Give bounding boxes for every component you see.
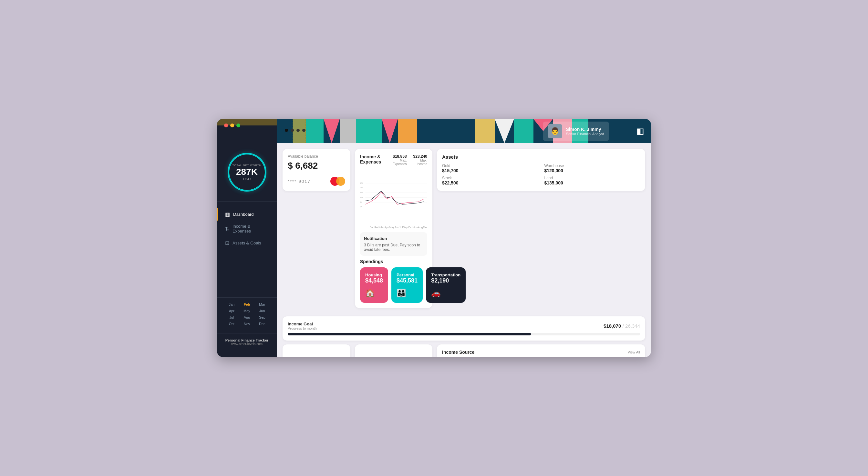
balance-amount: $ 6,682 <box>288 161 345 171</box>
spending-personal-name: Personal <box>397 273 417 277</box>
avatar: 👨 <box>548 124 562 138</box>
x-jan: Jan <box>370 226 375 229</box>
dashboard: Available balance $ 6,682 **** 9017 <box>277 143 651 357</box>
sidebar-item-label-dashboard: Dashboard <box>233 212 254 217</box>
svg-rect-12 <box>475 119 495 143</box>
row-3: Income $18,070 Spendings $11,388 <box>283 344 645 357</box>
svg-text:2K: 2K <box>360 206 362 208</box>
view-all-button[interactable]: View All <box>628 350 640 354</box>
legend-expenses-value: $18,853 <box>392 154 407 159</box>
spending-personal: Personal $45,581 👨‍👩‍👧 <box>392 267 423 303</box>
legend-income: $23,240 Max. Income <box>413 154 427 166</box>
dashboard-icon: ▦ <box>225 211 230 217</box>
chart-svg: 27K 22K 17K 12K 7K 2K <box>360 169 427 224</box>
maximize-button[interactable] <box>237 124 240 127</box>
cal-jun[interactable]: Jun <box>254 309 270 313</box>
sidebar-nav: ▦ Dashboard ⇅ Income & Expenses ⊡ Assets… <box>217 202 277 297</box>
cal-row-4: Oct Nov Dec <box>224 322 270 326</box>
svg-rect-20 <box>604 119 651 143</box>
chart-card: Income & Expenses $18,853 Max. Expenses … <box>355 149 432 308</box>
cal-apr[interactable]: Apr <box>224 309 239 313</box>
legend-income-label: Max. Income <box>413 159 427 166</box>
cal-oct[interactable]: Oct <box>224 322 239 326</box>
legend-expenses: $18,853 Max. Expenses <box>392 154 407 166</box>
asset-warehouse-name: Warehouse <box>545 164 640 168</box>
cal-dec[interactable]: Dec <box>254 322 270 326</box>
spendings-cards: Housing $4,548 🏠 Personal $45,581 <box>360 267 427 303</box>
svg-text:12K: 12K <box>360 197 363 198</box>
close-button[interactable] <box>224 124 228 127</box>
cal-nov[interactable]: Nov <box>239 322 254 326</box>
available-label: Available balance <box>288 154 345 159</box>
cal-aug[interactable]: Aug <box>239 315 254 319</box>
goal-values: $18,070 / 26,344 <box>603 323 640 329</box>
spending-transport-name: Transportation <box>431 273 461 277</box>
dot-3 <box>297 129 300 132</box>
income-goal-card: Income Goal Progress to month $18,070 / … <box>283 316 645 341</box>
goal-info: Income Goal Progress to month <box>288 321 317 330</box>
goal-header: Income Goal Progress to month $18,070 / … <box>288 321 640 330</box>
progress-bar <box>288 333 640 335</box>
svg-rect-7 <box>340 119 356 143</box>
card-footer: **** 9017 <box>288 177 345 186</box>
cal-mar[interactable]: Mar <box>254 303 270 306</box>
mastercard-logo <box>330 177 345 186</box>
sidebar-item-income-expenses[interactable]: ⇅ Income & Expenses <box>217 220 277 237</box>
svg-rect-8 <box>356 119 382 143</box>
header-user: 👨 Simon K. Jimmy Senior Financial Analys… <box>543 122 609 141</box>
cal-jul[interactable]: Jul <box>224 315 239 319</box>
svg-marker-13 <box>495 119 514 143</box>
cal-feb[interactable]: Feb <box>239 303 254 306</box>
header-bar: 👨 Simon K. Jimmy Senior Financial Analys… <box>217 119 651 143</box>
net-worth-label: TOTAL NET WORTH <box>232 164 261 167</box>
net-worth-value: 287K <box>236 167 258 176</box>
svg-marker-6 <box>323 119 340 143</box>
asset-warehouse: Warehouse $120,000 <box>545 164 640 173</box>
svg-rect-10 <box>398 119 417 143</box>
spending-transport-amount: $2,190 <box>431 277 461 284</box>
dot-2 <box>290 129 294 132</box>
goal-total: 26,344 <box>625 323 640 329</box>
asset-warehouse-value: $120,000 <box>545 168 640 173</box>
app-container: 👨 Simon K. Jimmy Senior Financial Analys… <box>217 119 651 357</box>
sidebar-item-assets-goals[interactable]: ⊡ Assets & Goals <box>217 237 277 249</box>
notification-card: Notification 3 Bills are past Due, Pay s… <box>360 232 427 256</box>
x-mar: Mar <box>379 226 384 229</box>
dot-4 <box>302 129 306 132</box>
asset-gold: Gold $15,700 <box>442 164 538 173</box>
income-source-header: Income Source View All <box>442 349 640 355</box>
chart-title: Income & Expenses <box>360 154 392 165</box>
legend-income-value: $23,240 <box>413 154 427 159</box>
cal-sep[interactable]: Sep <box>254 315 270 319</box>
main-content: TOTAL NET WORTH 287K USD ▦ Dashboard ⇅ I… <box>217 143 651 357</box>
svg-rect-11 <box>417 119 475 143</box>
x-oct: Oct <box>408 226 413 229</box>
income-source-title: Income Source <box>442 349 474 355</box>
cal-may[interactable]: May <box>239 309 254 313</box>
x-jun: Jun <box>395 226 399 229</box>
sidebar-item-dashboard[interactable]: ▦ Dashboard <box>217 208 277 220</box>
assets-icon: ⊡ <box>225 240 229 246</box>
chart-area: 27K 22K 17K 12K 7K 2K <box>360 169 427 229</box>
sidebar-footer: Personal Finance Tracker www.other-level… <box>217 333 277 350</box>
cal-row-1: Jan Feb Mar <box>224 303 270 306</box>
asset-stock-value: $22,500 <box>442 180 538 185</box>
minimize-button[interactable] <box>230 124 234 127</box>
svg-text:17K: 17K <box>360 192 363 194</box>
row-1: Available balance $ 6,682 **** 9017 <box>283 149 645 308</box>
personal-icon: 👨‍👩‍👧 <box>397 288 417 298</box>
row-2: Income Goal Progress to month $18,070 / … <box>283 312 645 341</box>
x-may: May <box>389 226 395 229</box>
goal-subtitle: Progress to month <box>288 326 317 330</box>
income-source-card: Income Source View All 💵 Salary $13,000 <box>437 344 645 357</box>
x-feb: Feb <box>375 226 380 229</box>
sidebar-item-label-income: Income & Expenses <box>232 224 270 234</box>
cal-jan[interactable]: Jan <box>224 303 239 306</box>
spending-housing-amount: $4,548 <box>365 277 383 284</box>
goal-title: Income Goal <box>288 321 317 326</box>
chart-x-labels: Jan Feb Mar Apr May Jun Jul Sep Oct Nov … <box>360 226 427 229</box>
spendings-section: Spendings Housing $4,548 🏠 <box>360 259 427 303</box>
svg-marker-9 <box>382 119 398 143</box>
sidebar-item-label-assets: Assets & Goals <box>232 241 261 245</box>
income-icon: ⇅ <box>225 226 229 232</box>
